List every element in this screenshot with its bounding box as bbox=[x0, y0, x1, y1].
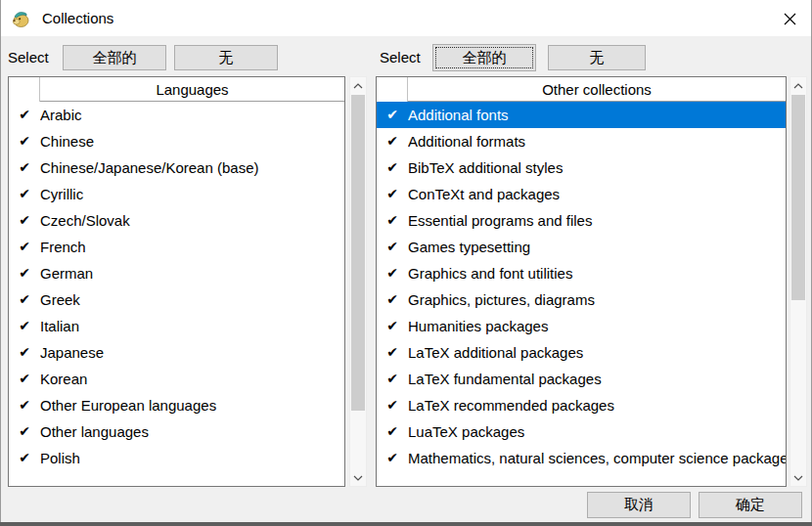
checkmark-icon: ✔ bbox=[377, 207, 408, 234]
list-item[interactable]: ✔Italian bbox=[9, 313, 344, 339]
ok-button[interactable]: 确定 bbox=[699, 492, 802, 518]
checkmark-icon: ✔ bbox=[377, 154, 408, 181]
list-item-label: LaTeX additional packages bbox=[408, 344, 786, 361]
checkmark-icon: ✔ bbox=[9, 128, 40, 154]
list-item-label: German bbox=[40, 265, 344, 282]
list-item[interactable]: ✔Humanities packages bbox=[377, 313, 786, 339]
chevron-up-icon bbox=[353, 83, 363, 89]
select-all-button-left[interactable]: 全部的 bbox=[63, 45, 166, 70]
list-item[interactable]: ✔BibTeX additional styles bbox=[377, 154, 786, 181]
list-item-label: French bbox=[40, 239, 344, 255]
scroll-down-button[interactable] bbox=[350, 469, 366, 486]
list-item-label: Additional formats bbox=[408, 133, 786, 150]
scrollbar-thumb[interactable] bbox=[791, 95, 805, 300]
list-item-label: Cyrillic bbox=[40, 186, 344, 202]
list-item-label: Other languages bbox=[40, 423, 344, 440]
list-item[interactable]: ✔Additional fonts bbox=[377, 102, 786, 128]
languages-list-header: Languages bbox=[9, 77, 344, 102]
checkmark-icon: ✔ bbox=[9, 339, 40, 366]
list-item[interactable]: ✔Other languages bbox=[9, 418, 344, 445]
list-item-label: Arabic bbox=[40, 107, 344, 123]
checkmark-icon: ✔ bbox=[377, 128, 408, 154]
languages-list: Languages ✔Arabic✔Chinese✔Chinese/Japane… bbox=[8, 76, 345, 487]
checkmark-icon: ✔ bbox=[377, 445, 408, 471]
texlive-lion-icon bbox=[11, 9, 30, 28]
collections-rows: ✔Additional fonts✔Additional formats✔Bib… bbox=[377, 102, 786, 471]
checkmark-icon: ✔ bbox=[377, 286, 408, 313]
list-item[interactable]: ✔Chinese bbox=[9, 128, 344, 154]
list-item[interactable]: ✔LaTeX recommended packages bbox=[377, 392, 786, 418]
list-item[interactable]: ✔Mathematics, natural sciences, computer… bbox=[377, 445, 786, 471]
check-column-header bbox=[9, 77, 40, 102]
checkmark-icon: ✔ bbox=[377, 339, 408, 366]
checkmark-icon: ✔ bbox=[9, 445, 40, 471]
scroll-down-button[interactable] bbox=[790, 469, 806, 486]
checkmark-icon: ✔ bbox=[9, 102, 40, 128]
collections-list: Other collections ✔Additional fonts✔Addi… bbox=[376, 76, 787, 487]
checkmark-icon: ✔ bbox=[377, 260, 408, 286]
list-item-label: Additional fonts bbox=[408, 107, 786, 123]
window-bottom-edge bbox=[0, 522, 812, 526]
select-label-right: Select bbox=[380, 49, 421, 66]
list-item[interactable]: ✔LuaTeX packages bbox=[377, 418, 786, 445]
titlebar: Collections bbox=[0, 0, 812, 36]
list-item-label: Other European languages bbox=[40, 397, 344, 414]
list-item[interactable]: ✔Cyrillic bbox=[9, 181, 344, 207]
list-item[interactable]: ✔Essential programs and files bbox=[377, 207, 786, 234]
scroll-up-button[interactable] bbox=[790, 77, 806, 94]
list-item[interactable]: ✔Greek bbox=[9, 286, 344, 313]
list-item[interactable]: ✔Graphics and font utilities bbox=[377, 260, 786, 286]
list-item-label: Chinese bbox=[40, 133, 344, 150]
list-item[interactable]: ✔Other European languages bbox=[9, 392, 344, 418]
collections-scrollbar[interactable] bbox=[789, 76, 807, 487]
list-item-label: LuaTeX packages bbox=[408, 423, 786, 440]
list-item-label: Graphics and font utilities bbox=[408, 265, 786, 282]
close-button[interactable] bbox=[779, 8, 800, 29]
close-icon bbox=[784, 13, 796, 25]
select-none-button-left[interactable]: 无 bbox=[174, 45, 278, 70]
collections-list-header: Other collections bbox=[377, 77, 786, 102]
checkmark-icon: ✔ bbox=[377, 181, 408, 207]
chevron-down-icon bbox=[793, 475, 803, 481]
window-title: Collections bbox=[42, 9, 113, 28]
list-item[interactable]: ✔Chinese/Japanese/Korean (base) bbox=[9, 154, 344, 181]
list-item-label: Mathematics, natural sciences, computer … bbox=[408, 450, 786, 466]
chevron-up-icon bbox=[793, 83, 803, 89]
list-item-label: ConTeXt and packages bbox=[408, 186, 786, 202]
list-item[interactable]: ✔LaTeX fundamental packages bbox=[377, 366, 786, 392]
collections-dialog: { "window": { "title": "Collections" }, … bbox=[0, 0, 812, 526]
list-item[interactable]: ✔German bbox=[9, 260, 344, 286]
list-item[interactable]: ✔Games typesetting bbox=[377, 234, 786, 260]
checkmark-icon: ✔ bbox=[9, 313, 40, 339]
list-item[interactable]: ✔French bbox=[9, 234, 344, 260]
checkmark-icon: ✔ bbox=[9, 260, 40, 286]
list-item[interactable]: ✔Additional formats bbox=[377, 128, 786, 154]
list-item[interactable]: ✔Polish bbox=[9, 445, 344, 471]
list-item[interactable]: ✔Arabic bbox=[9, 102, 344, 128]
languages-header-label: Languages bbox=[40, 77, 344, 102]
cancel-button[interactable]: 取消 bbox=[587, 492, 691, 518]
list-item[interactable]: ✔Korean bbox=[9, 366, 344, 392]
checkmark-icon: ✔ bbox=[9, 234, 40, 260]
list-item-label: LaTeX recommended packages bbox=[408, 397, 786, 414]
list-item[interactable]: ✔ConTeXt and packages bbox=[377, 181, 786, 207]
list-item-label: Chinese/Japanese/Korean (base) bbox=[40, 159, 344, 176]
checkmark-icon: ✔ bbox=[9, 181, 40, 207]
checkmark-icon: ✔ bbox=[377, 313, 408, 339]
list-item[interactable]: ✔Japanese bbox=[9, 339, 344, 366]
languages-scrollbar[interactable] bbox=[349, 76, 367, 487]
list-item-label: Japanese bbox=[40, 344, 344, 361]
checkmark-icon: ✔ bbox=[377, 234, 408, 260]
list-item[interactable]: ✔Graphics, pictures, diagrams bbox=[377, 286, 786, 313]
checkmark-icon: ✔ bbox=[9, 286, 40, 313]
list-item[interactable]: ✔LaTeX additional packages bbox=[377, 339, 786, 366]
list-item-label: Czech/Slovak bbox=[40, 212, 344, 229]
select-label-left: Select bbox=[8, 49, 49, 66]
scroll-up-button[interactable] bbox=[350, 77, 366, 94]
languages-rows: ✔Arabic✔Chinese✔Chinese/Japanese/Korean … bbox=[9, 102, 344, 471]
select-none-button-right[interactable]: 无 bbox=[548, 45, 646, 70]
select-all-button-right[interactable]: 全部的 bbox=[432, 44, 536, 71]
list-item[interactable]: ✔Czech/Slovak bbox=[9, 207, 344, 234]
scrollbar-thumb[interactable] bbox=[351, 95, 365, 411]
list-item-label: Italian bbox=[40, 318, 344, 334]
